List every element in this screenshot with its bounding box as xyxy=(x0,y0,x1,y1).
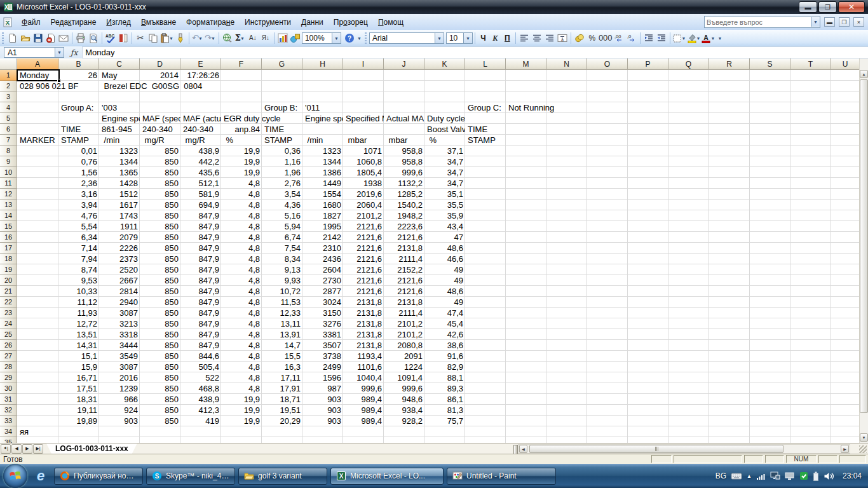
cell-J25[interactable]: 2101,2 xyxy=(384,329,424,340)
cell-F21[interactable]: 4,8 xyxy=(222,286,262,297)
cell-G9[interactable]: 1,16 xyxy=(262,156,302,167)
cell-K25[interactable]: 42,6 xyxy=(425,329,465,340)
decrease-decimal-icon[interactable]: ,0 xyxy=(625,32,638,44)
cell-E19[interactable]: 847,9 xyxy=(181,264,221,275)
cell-G24[interactable]: 13,11 xyxy=(262,318,302,329)
column-header-M[interactable]: M xyxy=(506,58,546,70)
thousands-icon[interactable]: 000 xyxy=(599,32,613,44)
cell-H31[interactable]: 903 xyxy=(303,394,343,405)
dropdown-arrow-icon[interactable]: ▼ xyxy=(710,36,715,41)
row-header-16[interactable]: 16 xyxy=(0,232,17,243)
cell-G20[interactable]: 9,93 xyxy=(262,275,302,286)
cell-H16[interactable]: 2142 xyxy=(303,232,343,243)
row-header-17[interactable]: 17 xyxy=(0,243,17,254)
cell-A1[interactable]: Monday xyxy=(18,70,58,81)
cell-E21[interactable]: 847,9 xyxy=(181,286,221,297)
cell-E13[interactable]: 694,9 xyxy=(181,200,221,210)
cell-J19[interactable]: 2152,2 xyxy=(384,264,424,275)
cell-I10[interactable]: 1805,4 xyxy=(344,167,384,178)
cell-D20[interactable]: 850 xyxy=(140,275,180,286)
cell-F10[interactable]: 19,9 xyxy=(222,167,262,178)
row-header-19[interactable]: 19 xyxy=(0,264,17,275)
print-preview-icon[interactable] xyxy=(87,32,100,44)
cell-F19[interactable]: 4,8 xyxy=(222,264,262,275)
cell-G30[interactable]: 17,91 xyxy=(262,383,302,394)
cell-D11[interactable]: 850 xyxy=(140,178,180,189)
tab-split-handle[interactable] xyxy=(513,445,518,454)
menu-item-5[interactable]: Форматиране xyxy=(181,15,240,29)
cell-H5[interactable]: Engine spe xyxy=(303,113,343,124)
fill-color-icon[interactable]: ▼ xyxy=(687,32,702,44)
chevron-down-icon[interactable]: ▼ xyxy=(435,33,444,43)
row-header-25[interactable]: 25 xyxy=(0,329,17,340)
cell-H30[interactable]: 987 xyxy=(303,383,343,394)
cell-I7[interactable]: mbar xyxy=(344,135,384,146)
menu-item-4[interactable]: Вмъкване xyxy=(136,15,181,29)
menu-item-1[interactable]: Файл xyxy=(17,15,46,29)
cell-K13[interactable]: 35,5 xyxy=(425,200,465,210)
cell-J16[interactable]: 2121,6 xyxy=(384,232,424,243)
cell-D16[interactable]: 850 xyxy=(140,232,180,243)
cell-J27[interactable]: 2091 xyxy=(384,351,424,362)
cell-K5[interactable]: Duty cycle xyxy=(425,113,488,124)
cell-K19[interactable]: 49 xyxy=(425,264,465,275)
row-header-12[interactable]: 12 xyxy=(0,189,17,200)
cell-G29[interactable]: 17,11 xyxy=(262,372,302,383)
increase-decimal-icon[interactable]: ,00 xyxy=(613,32,625,44)
column-header-S[interactable]: S xyxy=(750,58,790,70)
vertical-scrollbar[interactable]: ▲ ▼ xyxy=(859,58,868,443)
cell-B17[interactable]: 7,14 xyxy=(59,243,99,254)
cell-F15[interactable]: 4,8 xyxy=(222,221,262,232)
cell-L7[interactable]: STAMP xyxy=(466,135,506,146)
cell-E25[interactable]: 847,9 xyxy=(181,329,221,340)
cell-K9[interactable]: 34,7 xyxy=(425,156,465,167)
cell-B22[interactable]: 11,12 xyxy=(59,297,99,308)
format-painter-icon[interactable] xyxy=(174,32,187,44)
currency-icon[interactable] xyxy=(573,32,586,44)
prev-sheet-icon[interactable]: ◀ xyxy=(11,444,22,454)
cell-E27[interactable]: 844,6 xyxy=(181,351,221,362)
cell-D32[interactable]: 850 xyxy=(140,405,180,416)
cell-D26[interactable]: 850 xyxy=(140,340,180,351)
cell-H18[interactable]: 2436 xyxy=(303,254,343,264)
cell-G10[interactable]: 1,96 xyxy=(262,167,302,178)
undo-icon[interactable]: ↶▼ xyxy=(191,32,204,44)
cell-G26[interactable]: 14,7 xyxy=(262,340,302,351)
menu-item-2[interactable]: Редактиране xyxy=(46,15,102,29)
cell-I24[interactable]: 2131,8 xyxy=(344,318,384,329)
cell-I14[interactable]: 2101,2 xyxy=(344,210,384,221)
cell-B15[interactable]: 5,54 xyxy=(59,221,99,232)
cell-K23[interactable]: 47,4 xyxy=(425,308,465,318)
volume-icon[interactable] xyxy=(824,471,834,481)
cell-J29[interactable]: 1091,4 xyxy=(384,372,424,383)
cell-I22[interactable]: 2131,8 xyxy=(344,297,384,308)
cell-C6[interactable]: 861-945 xyxy=(100,124,140,135)
cell-B10[interactable]: 1,56 xyxy=(59,167,99,178)
cell-E12[interactable]: 581,9 xyxy=(181,189,221,200)
column-header-L[interactable]: L xyxy=(465,58,506,70)
cell-J32[interactable]: 938,4 xyxy=(384,405,424,416)
row-header-4[interactable]: 4 xyxy=(0,102,17,113)
cell-B7[interactable]: STAMP xyxy=(59,135,99,146)
cell-C10[interactable]: 1365 xyxy=(100,167,140,178)
row-header-26[interactable]: 26 xyxy=(0,340,17,351)
cell-C16[interactable]: 2079 xyxy=(100,232,140,243)
cell-F7[interactable]: % xyxy=(222,135,262,146)
battery-icon[interactable] xyxy=(813,471,819,481)
next-sheet-icon[interactable]: ▶ xyxy=(22,444,32,454)
cell-B32[interactable]: 19,11 xyxy=(59,405,99,416)
cell-C23[interactable]: 3087 xyxy=(100,308,140,318)
cell-I20[interactable]: 2121,6 xyxy=(344,275,384,286)
cell-G28[interactable]: 16,3 xyxy=(262,362,302,372)
cell-E1[interactable]: 17:26:26 xyxy=(181,70,221,81)
cell-G15[interactable]: 5,94 xyxy=(262,221,302,232)
row-header-13[interactable]: 13 xyxy=(0,200,17,210)
cell-B6[interactable]: TIME xyxy=(59,124,99,135)
cell-D27[interactable]: 850 xyxy=(140,351,180,362)
close-button[interactable]: ✕ xyxy=(838,1,865,13)
tray-expand-icon[interactable]: ▲ xyxy=(747,473,752,479)
cell-C1[interactable]: May xyxy=(100,70,140,81)
cell-E14[interactable]: 847,9 xyxy=(181,210,221,221)
cell-D23[interactable]: 850 xyxy=(140,308,180,318)
cell-D33[interactable]: 850 xyxy=(140,416,180,426)
